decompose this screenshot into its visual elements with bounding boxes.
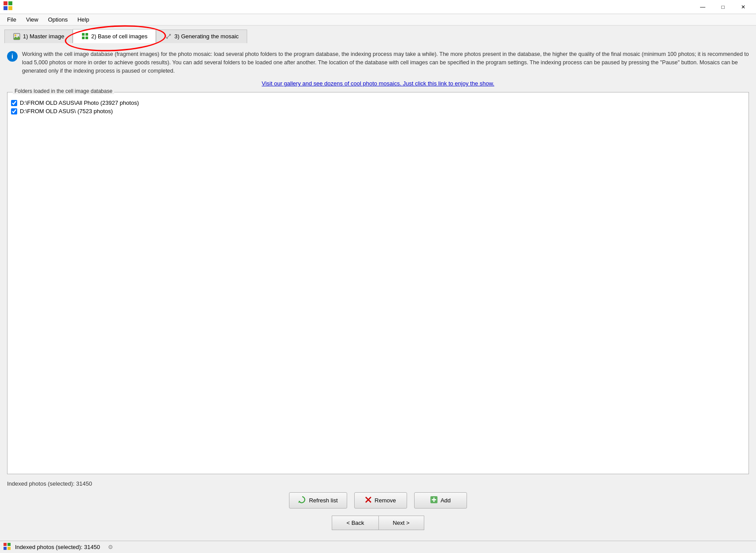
tab3-label: 3) Generating the mosaic [174,33,239,40]
menu-bar: File View Options Help [0,14,756,26]
svg-rect-20 [4,543,7,546]
minimize-button[interactable]: — [693,1,712,13]
folders-list: D:\FROM OLD ASUS\All Photo (23927 photos… [7,92,749,474]
folder-checkbox-1[interactable] [11,100,17,106]
svg-rect-7 [85,33,88,36]
folders-group-box: Folders loaded in the cell image databas… [7,92,749,474]
tab-master-image[interactable]: 1) Master image [4,29,73,43]
tab2-label: 2) Base of cell images [91,33,148,40]
remove-label: Remove [374,497,396,504]
indexed-photos-label: Indexed photos (selected): 31450 [7,479,749,489]
svg-rect-9 [85,37,88,39]
menu-file[interactable]: File [3,15,21,24]
svg-rect-0 [4,1,7,5]
tab3-icon [164,33,172,41]
action-buttons: Refresh list Remove Add [7,492,749,509]
remove-button[interactable]: Remove [354,492,407,509]
tab2-icon [81,32,89,40]
status-bar: Indexed photos (selected): 31450 ⚙ [0,541,756,553]
tab-cell-images[interactable]: 2) Base of cell images [73,29,156,43]
navigation-row: < Back Next > [7,516,749,530]
title-bar-left [4,1,12,12]
main-content: i Working with the cell image database (… [0,43,756,541]
menu-view[interactable]: View [22,15,43,24]
add-icon [430,496,438,505]
wizard-tabs: 1) Master image 2) Base of cell images [0,26,756,43]
title-bar-controls: — □ ✕ [693,1,752,13]
add-label: Add [441,497,451,504]
tab1-icon [13,33,21,41]
refresh-list-label: Refresh list [309,497,337,504]
gallery-link-container: Visit our gallery and see dozens of cool… [7,80,749,87]
svg-rect-22 [4,547,7,550]
menu-help[interactable]: Help [73,15,94,24]
svg-rect-23 [7,547,11,550]
maximize-button[interactable]: □ [714,1,732,13]
info-icon: i [7,51,18,62]
tab-generating-mosaic[interactable]: 3) Generating the mosaic [156,29,247,43]
list-item: D:\FROM OLD ASUS\ (7523 photos) [9,107,747,115]
svg-rect-21 [7,543,11,546]
svg-point-5 [15,34,16,36]
tab1-label: 1) Master image [23,33,64,40]
refresh-icon [298,496,306,505]
gallery-link[interactable]: Visit our gallery and see dozens of cool… [262,80,494,87]
back-button[interactable]: < Back [332,516,378,530]
svg-rect-1 [8,1,12,5]
folder-path-1: D:\FROM OLD ASUS\All Photo (23927 photos… [20,100,139,106]
list-item: D:\FROM OLD ASUS\All Photo (23927 photos… [9,99,747,107]
svg-rect-8 [82,37,85,39]
next-button[interactable]: Next > [378,516,424,530]
status-text: Indexed photos (selected): 31450 [15,544,100,550]
svg-rect-2 [4,6,7,10]
menu-options[interactable]: Options [44,15,72,24]
info-text: Working with the cell image database (fr… [22,50,749,75]
folders-group-title: Folders loaded in the cell image databas… [13,88,114,94]
refresh-list-button[interactable]: Refresh list [289,492,347,509]
app-icon [4,1,12,12]
remove-icon [365,496,372,505]
info-box: i Working with the cell image database (… [7,48,749,77]
svg-point-11 [169,34,171,36]
svg-rect-6 [82,33,85,36]
folder-checkbox-2[interactable] [11,108,17,114]
status-spinner: ⚙ [108,544,113,550]
svg-rect-3 [8,6,12,10]
add-button[interactable]: Add [414,492,467,509]
close-button[interactable]: ✕ [734,1,752,13]
folder-path-2: D:\FROM OLD ASUS\ (7523 photos) [20,108,113,114]
tab2-wrapper: 2) Base of cell images [73,29,156,43]
title-bar: — □ ✕ [0,0,756,14]
status-icon [4,543,11,551]
